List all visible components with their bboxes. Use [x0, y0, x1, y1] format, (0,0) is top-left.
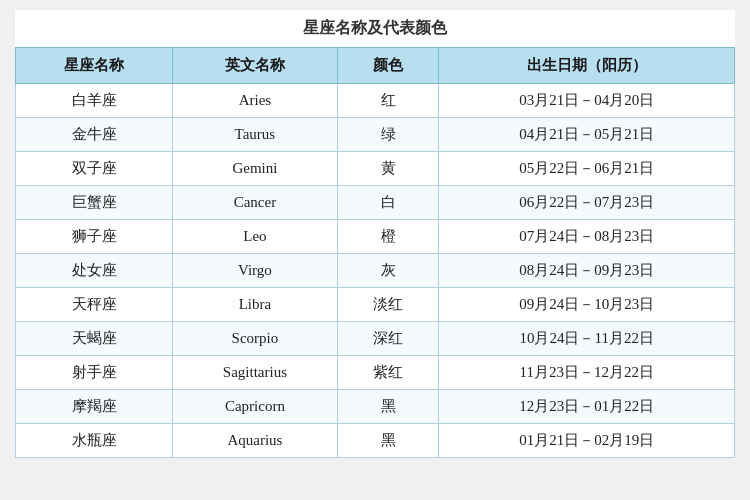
table-row: 巨蟹座Cancer白06月22日－07月23日: [16, 186, 735, 220]
table-cell: 天秤座: [16, 288, 173, 322]
table-cell: 巨蟹座: [16, 186, 173, 220]
table-cell: Scorpio: [173, 322, 338, 356]
table-cell: 黑: [337, 390, 439, 424]
table-row: 摩羯座Capricorn黑12月23日－01月22日: [16, 390, 735, 424]
table-cell: 07月24日－08月23日: [439, 220, 735, 254]
col-header-color: 颜色: [337, 48, 439, 84]
table-cell: 10月24日－11月22日: [439, 322, 735, 356]
table-cell: 天蝎座: [16, 322, 173, 356]
table-cell: 06月22日－07月23日: [439, 186, 735, 220]
table-cell: 白羊座: [16, 84, 173, 118]
table-row: 双子座Gemini黄05月22日－06月21日: [16, 152, 735, 186]
col-header-date: 出生日期（阳历）: [439, 48, 735, 84]
table-cell: 橙: [337, 220, 439, 254]
col-header-english: 英文名称: [173, 48, 338, 84]
table-cell: 黑: [337, 424, 439, 458]
table-cell: 深红: [337, 322, 439, 356]
table-cell: Aries: [173, 84, 338, 118]
table-cell: 04月21日－05月21日: [439, 118, 735, 152]
table-cell: 黄: [337, 152, 439, 186]
table-cell: Sagittarius: [173, 356, 338, 390]
table-cell: Leo: [173, 220, 338, 254]
table-cell: 05月22日－06月21日: [439, 152, 735, 186]
table-cell: 12月23日－01月22日: [439, 390, 735, 424]
table-cell: 09月24日－10月23日: [439, 288, 735, 322]
table-row: 天秤座Libra淡红09月24日－10月23日: [16, 288, 735, 322]
table-cell: Taurus: [173, 118, 338, 152]
table-row: 狮子座Leo橙07月24日－08月23日: [16, 220, 735, 254]
col-header-chinese: 星座名称: [16, 48, 173, 84]
table-cell: 灰: [337, 254, 439, 288]
table-cell: 射手座: [16, 356, 173, 390]
table-row: 水瓶座Aquarius黑01月21日－02月19日: [16, 424, 735, 458]
table-body: 白羊座Aries红03月21日－04月20日金牛座Taurus绿04月21日－0…: [16, 84, 735, 458]
table-cell: 双子座: [16, 152, 173, 186]
table-row: 天蝎座Scorpio深红10月24日－11月22日: [16, 322, 735, 356]
table-cell: 处女座: [16, 254, 173, 288]
table-cell: 03月21日－04月20日: [439, 84, 735, 118]
table-cell: 狮子座: [16, 220, 173, 254]
table-row: 处女座Virgo灰08月24日－09月23日: [16, 254, 735, 288]
table-cell: Capricorn: [173, 390, 338, 424]
table-cell: Virgo: [173, 254, 338, 288]
table-row: 金牛座Taurus绿04月21日－05月21日: [16, 118, 735, 152]
table-cell: 绿: [337, 118, 439, 152]
table-cell: 红: [337, 84, 439, 118]
table-cell: Libra: [173, 288, 338, 322]
table-cell: Cancer: [173, 186, 338, 220]
table-cell: 紫红: [337, 356, 439, 390]
table-cell: Gemini: [173, 152, 338, 186]
table-row: 射手座Sagittarius紫红11月23日－12月22日: [16, 356, 735, 390]
table-header-row: 星座名称 英文名称 颜色 出生日期（阳历）: [16, 48, 735, 84]
table-cell: 白: [337, 186, 439, 220]
zodiac-table: 星座名称 英文名称 颜色 出生日期（阳历） 白羊座Aries红03月21日－04…: [15, 47, 735, 458]
table-cell: 淡红: [337, 288, 439, 322]
table-row: 白羊座Aries红03月21日－04月20日: [16, 84, 735, 118]
main-container: 星座名称及代表颜色 星座名称 英文名称 颜色 出生日期（阳历） 白羊座Aries…: [15, 10, 735, 458]
table-cell: 08月24日－09月23日: [439, 254, 735, 288]
table-cell: 摩羯座: [16, 390, 173, 424]
page-title: 星座名称及代表颜色: [15, 10, 735, 47]
table-cell: 11月23日－12月22日: [439, 356, 735, 390]
table-cell: 金牛座: [16, 118, 173, 152]
table-cell: Aquarius: [173, 424, 338, 458]
table-cell: 水瓶座: [16, 424, 173, 458]
table-cell: 01月21日－02月19日: [439, 424, 735, 458]
